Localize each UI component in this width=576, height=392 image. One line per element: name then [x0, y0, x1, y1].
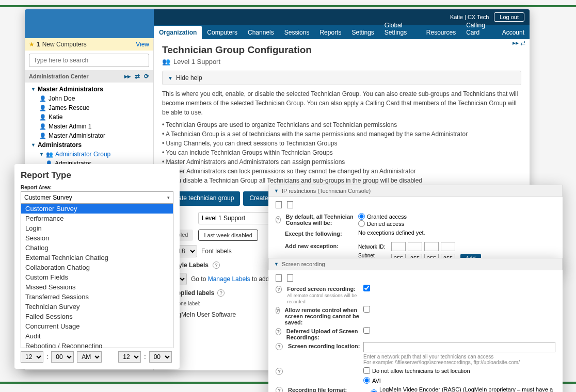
report-option[interactable]: External Technician Chatlog — [21, 253, 173, 263]
copy-icon[interactable] — [276, 274, 282, 282]
deferred-checkbox[interactable] — [363, 327, 370, 334]
expand-icon[interactable]: ▸▸ — [124, 73, 131, 80]
report-option[interactable]: Custom Fields — [21, 272, 173, 282]
hint: For example: \\fileserver\logs\screenrec… — [363, 360, 555, 365]
location-input[interactable] — [363, 342, 555, 352]
refresh-icon[interactable]: ⟳ — [144, 73, 149, 80]
forced-label: Forced screen recording: — [287, 286, 356, 292]
tab-computers[interactable]: Computers — [202, 26, 243, 39]
format-label: Recording file format: — [288, 387, 347, 392]
report-option[interactable]: Technician Survey — [21, 302, 173, 312]
logout-button[interactable]: Log out — [494, 12, 524, 22]
allow-rc-checkbox[interactable] — [363, 306, 370, 313]
report-options: Customer Survey Performance Login Sessio… — [21, 204, 173, 348]
report-option[interactable]: Concurrent Usage — [21, 321, 173, 331]
tab-sessions[interactable]: Sessions — [279, 26, 315, 39]
tab-resources[interactable]: Resources — [421, 26, 461, 39]
ampm-select[interactable]: AM — [77, 351, 102, 363]
help-icon[interactable]: ? — [276, 328, 281, 335]
time-row: 12 : 00 AM 12 : 00 — [21, 351, 173, 363]
help-icon[interactable]: ? — [213, 262, 220, 269]
tab-organization[interactable]: Organization — [154, 26, 202, 39]
rasc-radio[interactable]: LogMeIn Video Encoder (RASC) (LogMeIn pr… — [363, 386, 555, 392]
minute2-select[interactable]: 00 — [149, 351, 172, 363]
collapse-icon[interactable]: ⇄ — [135, 73, 140, 80]
report-popup: Report Type Report Area: Customer Survey… — [14, 164, 180, 369]
manage-labels-link[interactable]: Manage Labels — [208, 275, 250, 283]
notice-bar[interactable]: ★ 1 New Computers View — [25, 38, 153, 51]
tree-user[interactable]: 👤Katie — [25, 112, 153, 122]
except-label: Except the following: — [285, 231, 342, 237]
status-disabled[interactable]: Last week disabled — [198, 230, 258, 241]
granted-radio[interactable]: Granted access — [358, 213, 555, 220]
tree-user[interactable]: 👤Master Admin 1 — [25, 122, 153, 131]
denied-radio[interactable]: Denied access — [358, 220, 555, 227]
tab-account[interactable]: Account — [497, 26, 530, 39]
report-option[interactable]: Collaboration Chatlog — [21, 263, 173, 272]
group-icon: 👥 — [162, 58, 170, 66]
tab-global-settings[interactable]: Global Settings — [379, 19, 421, 39]
section-header: Administration Center ▸▸ ⇄ ⟳ — [25, 70, 153, 83]
help-text: This is where you edit, enable, or disab… — [162, 89, 521, 185]
report-option[interactable]: Session — [21, 233, 173, 243]
report-option[interactable]: Performance — [21, 214, 173, 223]
chevron-down-icon: ▾ — [167, 195, 170, 200]
avi-radio[interactable]: AVI — [363, 377, 555, 384]
hide-help-toggle[interactable]: ▼Hide help — [162, 71, 521, 85]
forced-checkbox[interactable] — [363, 285, 370, 291]
report-area-select[interactable]: Customer Survey▾ — [21, 191, 173, 204]
add-exception-label: Add new exception: — [285, 243, 339, 249]
ip-octet[interactable] — [424, 242, 439, 251]
help-icon[interactable]: ? — [276, 286, 282, 293]
help-icon[interactable]: ? — [276, 368, 283, 375]
no-exceptions: No exceptions defined yet. — [358, 230, 425, 236]
ip-octet[interactable] — [408, 242, 422, 251]
tree-admins[interactable]: ▼Administrators — [25, 140, 153, 150]
page-title: Technician Group Configuration — [162, 44, 521, 56]
hint: Enter a network path that all your techn… — [363, 354, 555, 360]
hour2-select[interactable]: 12 — [118, 351, 141, 363]
report-option[interactable]: Customer Survey — [21, 204, 173, 214]
tree-user[interactable]: 👤John Doe — [25, 94, 153, 103]
help-icon[interactable]: ? — [276, 387, 283, 392]
location-label: Screen recording location: — [288, 343, 360, 350]
minute-select[interactable]: 00 — [51, 351, 74, 363]
notice-count: 1 — [37, 41, 40, 48]
sr-panel-head[interactable]: ▼Screen recording — [268, 258, 563, 270]
allow-rc-label: Allow remote control when screen recordi… — [285, 307, 363, 325]
help-icon[interactable]: ? — [276, 307, 280, 314]
search-input[interactable] — [29, 54, 149, 67]
section-label: Administration Center — [29, 73, 89, 79]
ip-octet[interactable] — [441, 242, 455, 251]
sr-panel: ▼Screen recording ?Forced screen recordi… — [268, 258, 563, 392]
report-option[interactable]: Missed Sessions — [21, 282, 173, 292]
tree-admin-group[interactable]: ▼👥Administrator Group — [25, 150, 153, 159]
hour-select[interactable]: 12 — [21, 351, 43, 363]
report-option[interactable]: Chatlog — [21, 243, 173, 253]
report-option[interactable]: Rebooting / Reconnecting — [21, 341, 173, 348]
report-option[interactable]: Failed Sessions — [21, 312, 173, 321]
copy-icon[interactable] — [276, 201, 282, 208]
ip-panel-head[interactable]: ▼IP restrictions (Technician Console) — [268, 185, 563, 197]
paste-icon[interactable] — [287, 274, 293, 282]
default-label: By default, all Technician Consoles will… — [286, 214, 358, 226]
help-icon[interactable]: ? — [217, 289, 225, 297]
forced-sub: All remote control sessions will be reco… — [287, 293, 357, 304]
no-set-loc-checkbox[interactable]: Do not allow technicians to set location — [363, 367, 555, 374]
tab-reports[interactable]: Reports — [314, 26, 346, 39]
tab-channels[interactable]: Channels — [243, 26, 279, 39]
tree-master-admins[interactable]: ▼Master Administrators — [25, 85, 153, 94]
view-link[interactable]: View — [136, 41, 149, 48]
tree-user[interactable]: 👤Master Administrator — [25, 131, 153, 140]
report-option[interactable]: Audit — [21, 331, 173, 341]
tab-calling-card[interactable]: Calling Card — [461, 19, 497, 39]
tab-settings[interactable]: Settings — [346, 26, 379, 39]
report-option[interactable]: Transferred Sessions — [21, 292, 173, 302]
help-icon[interactable]: ? — [276, 343, 283, 350]
report-option[interactable]: Login — [21, 223, 173, 233]
page-subtitle: 👥Level 1 Support — [162, 58, 521, 66]
paste-icon[interactable] — [287, 201, 293, 208]
tree-user[interactable]: 👤James Rescue — [25, 103, 153, 112]
help-icon[interactable]: ? — [276, 216, 281, 223]
ip-octet[interactable] — [391, 242, 406, 251]
